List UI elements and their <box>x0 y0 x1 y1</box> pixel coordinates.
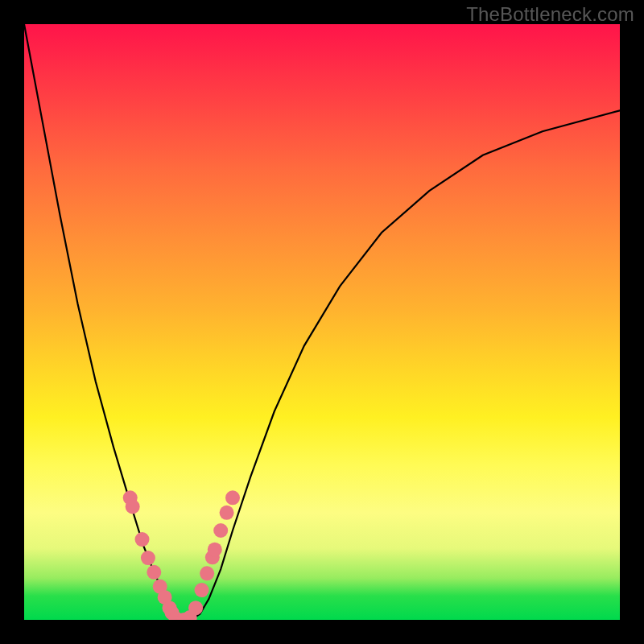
data-point <box>126 499 140 514</box>
data-point <box>147 565 161 580</box>
data-point <box>188 601 203 615</box>
plot-area <box>24 24 620 620</box>
data-point <box>213 523 228 538</box>
data-point <box>200 566 214 580</box>
data-point <box>141 551 155 565</box>
data-point <box>225 490 240 505</box>
data-point <box>135 532 150 547</box>
chart-frame: TheBottleneck.com <box>0 0 644 644</box>
bottleneck-curve <box>24 24 620 620</box>
data-point <box>208 543 222 557</box>
data-point <box>195 583 209 597</box>
watermark-text: TheBottleneck.com <box>466 3 634 26</box>
curve-chart <box>24 24 620 620</box>
data-point <box>220 506 234 520</box>
